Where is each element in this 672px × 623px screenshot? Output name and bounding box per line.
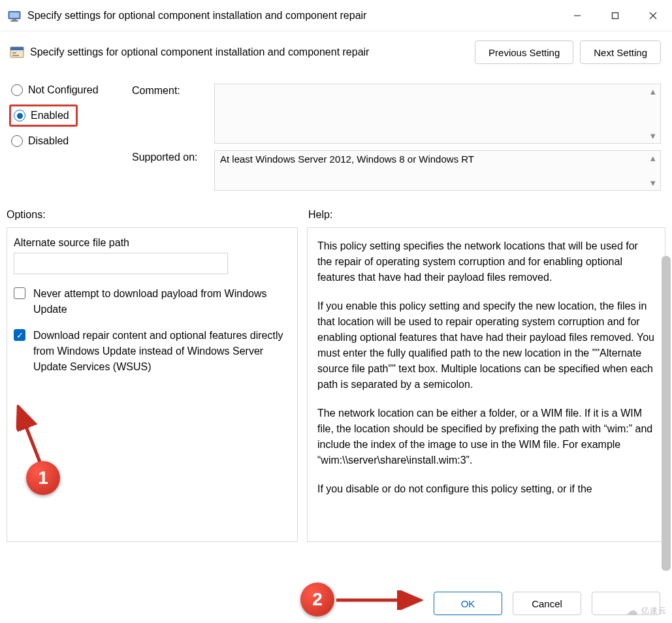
radio-label: Not Configured xyxy=(28,84,99,96)
checkbox-never-download[interactable]: Never attempt to download payload from W… xyxy=(14,286,291,317)
annotation-callout-2: 2 xyxy=(300,583,334,616)
window-controls xyxy=(558,0,672,31)
callout-number: 2 xyxy=(312,589,323,610)
minimize-button[interactable] xyxy=(558,0,596,31)
annotation-callout-1: 1 xyxy=(26,461,60,495)
annotation-arrow-1 xyxy=(14,405,47,470)
supported-row: Supported on: At least Windows Server 20… xyxy=(132,150,661,191)
options-panel: Alternate source file path Never attempt… xyxy=(7,227,298,542)
bottom-grid: Alternate source file path Never attempt… xyxy=(0,221,672,542)
help-label: Help: xyxy=(308,209,332,221)
options-label: Options: xyxy=(7,209,308,221)
comment-textarea[interactable]: ▴ ▾ xyxy=(214,84,661,144)
supported-label: Supported on: xyxy=(132,150,214,163)
ok-button[interactable]: OK xyxy=(434,592,502,615)
svg-rect-5 xyxy=(613,12,618,18)
radio-icon xyxy=(11,84,23,96)
scroll-up-icon[interactable]: ▴ xyxy=(648,87,658,96)
close-button[interactable] xyxy=(634,0,672,31)
radio-label: Disabled xyxy=(28,135,69,147)
titlebar: Specify settings for optional component … xyxy=(0,0,672,31)
help-panel: This policy setting specifies the networ… xyxy=(307,227,665,542)
scroll-down-icon[interactable]: ▾ xyxy=(648,131,658,140)
section-labels: Options: Help: xyxy=(0,197,672,221)
svg-rect-3 xyxy=(10,20,18,22)
svg-rect-2 xyxy=(12,18,17,20)
supported-value: At least Windows Server 2012, Windows 8 … xyxy=(220,153,474,165)
svg-rect-11 xyxy=(12,55,19,56)
scrollbar-thumb[interactable] xyxy=(662,256,671,571)
radio-label: Enabled xyxy=(31,110,69,121)
svg-rect-9 xyxy=(10,47,24,50)
scroll-down-icon[interactable]: ▾ xyxy=(648,178,658,187)
maximize-button[interactable] xyxy=(596,0,634,31)
cloud-icon: ☁ xyxy=(626,603,639,618)
state-column: Not Configured Enabled Disabled xyxy=(9,84,128,197)
policy-icon xyxy=(9,44,25,60)
mid-section: Not Configured Enabled Disabled Comment:… xyxy=(0,69,672,197)
checkbox-label: Never attempt to download payload from W… xyxy=(33,286,291,317)
window-title: Specify settings for optional component … xyxy=(27,10,558,22)
checkbox-icon xyxy=(14,287,25,299)
policy-title: Specify settings for optional component … xyxy=(30,46,468,58)
callout-number: 1 xyxy=(38,468,48,488)
scroll-up-icon[interactable]: ▴ xyxy=(648,153,658,163)
svg-rect-10 xyxy=(12,52,16,54)
alt-path-input[interactable] xyxy=(14,253,228,274)
supported-box: At least Windows Server 2012, Windows 8 … xyxy=(214,150,661,191)
next-setting-button[interactable]: Next Setting xyxy=(580,40,661,64)
watermark: ☁ 亿速云 xyxy=(626,603,667,618)
help-paragraph: If you disable or do not configure this … xyxy=(317,481,655,497)
app-icon xyxy=(8,10,21,22)
cancel-button[interactable]: Cancel xyxy=(513,592,581,615)
checkbox-download-wu[interactable]: ✓ Download repair content and optional f… xyxy=(14,328,291,375)
radio-disabled[interactable]: Disabled xyxy=(9,135,128,148)
comment-label: Comment: xyxy=(132,84,214,97)
annotation-arrow-2 xyxy=(333,590,424,610)
fields-column: Comment: ▴ ▾ Supported on: At least Wind… xyxy=(132,84,661,197)
help-paragraph: This policy setting specifies the networ… xyxy=(317,238,655,285)
previous-setting-button[interactable]: Previous Setting xyxy=(475,40,573,64)
radio-enabled[interactable]: Enabled xyxy=(9,104,78,127)
svg-line-12 xyxy=(20,410,40,464)
alt-path-label: Alternate source file path xyxy=(14,237,291,249)
radio-icon xyxy=(14,110,25,121)
radio-icon xyxy=(11,135,23,147)
watermark-text: 亿速云 xyxy=(641,605,667,616)
help-paragraph: If you enable this policy setting and sp… xyxy=(317,298,655,392)
header-row: Specify settings for optional component … xyxy=(0,31,672,69)
checkbox-icon: ✓ xyxy=(14,329,25,341)
radio-not-configured[interactable]: Not Configured xyxy=(9,84,128,97)
svg-rect-1 xyxy=(10,12,20,18)
checkbox-label: Download repair content and optional fea… xyxy=(33,328,291,375)
help-paragraph: The network location can be either a fol… xyxy=(317,406,655,468)
comment-row: Comment: ▴ ▾ xyxy=(132,84,661,144)
